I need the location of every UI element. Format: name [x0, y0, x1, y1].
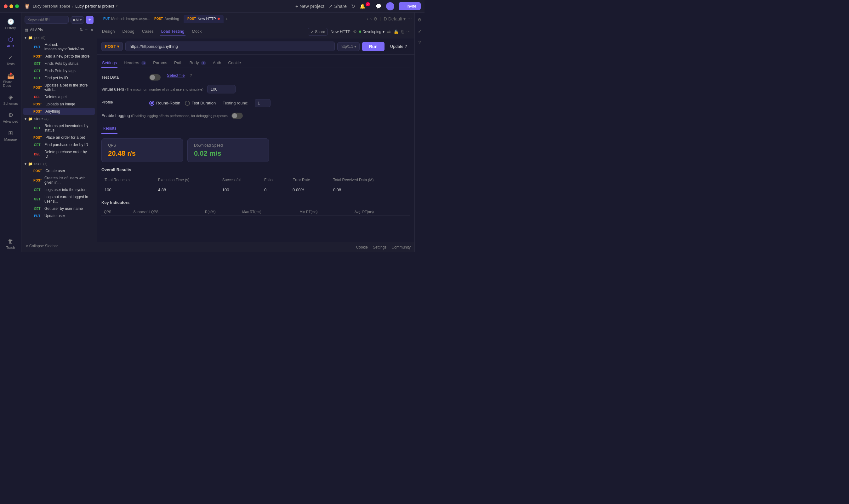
round-robin-option[interactable]: Round-Robin	[149, 101, 180, 106]
round-robin-radio[interactable]	[149, 101, 154, 106]
right-help-icon[interactable]: ?	[417, 38, 422, 47]
add-api-button[interactable]: +	[86, 16, 93, 24]
new-project-button[interactable]: + New project	[295, 3, 324, 9]
api-item-post-createuser[interactable]: POST Create user	[23, 167, 95, 174]
env-selector[interactable]: Developing ▾	[359, 30, 384, 34]
group-store[interactable]: ▾ 📁 store (4)	[21, 115, 97, 122]
sort-icon[interactable]: ⇅	[80, 28, 83, 32]
url-input[interactable]	[125, 41, 334, 51]
tab-nav-next[interactable]: ›	[370, 16, 372, 21]
group-user[interactable]: ▾ 📁 user (7)	[21, 160, 97, 167]
tab-more-icon[interactable]: ⋯	[408, 16, 412, 21]
run-button[interactable]: Run	[362, 42, 384, 51]
settings-tab-cookie[interactable]: Cookie	[227, 58, 241, 68]
invite-button[interactable]: + Invite	[399, 2, 421, 10]
sidebar-item-schemas[interactable]: ◈ Schemas	[1, 91, 20, 108]
test-duration-radio[interactable]	[185, 101, 190, 106]
group-pet[interactable]: ▾ 📁 pet (9)	[21, 34, 97, 41]
close-button[interactable]	[4, 4, 7, 8]
filter-all-button[interactable]: All ▾	[71, 16, 84, 23]
toolbar-lock-icon[interactable]: 🔒	[393, 29, 399, 34]
share-header-button[interactable]: ↗ Share	[329, 3, 347, 9]
settings-tab-headers[interactable]: Headers 3	[123, 58, 147, 68]
settings-tab-settings[interactable]: Settings	[101, 58, 118, 68]
api-item-get-purchaseorder[interactable]: GET Find purchase order by ID	[23, 141, 95, 148]
protocol-select[interactable]: http/1.1 ▾	[337, 42, 360, 51]
api-item-get-findsbystatus[interactable]: GET Finds Pets by status	[23, 60, 95, 67]
notification-button[interactable]: 🔔7	[360, 3, 371, 9]
api-item-put-updateuser[interactable]: PUT Update user	[23, 212, 95, 219]
tab-cases[interactable]: Cases	[141, 27, 155, 36]
test-data-toggle[interactable]	[149, 74, 161, 80]
community-link[interactable]: Community	[392, 245, 411, 250]
sidebar-item-history[interactable]: 🕐 History	[1, 16, 20, 32]
api-item-get-inventories[interactable]: GET Returns pet inventories by status	[23, 122, 95, 134]
sidebar-item-advanced[interactable]: ⚙ Advanced	[1, 109, 20, 126]
settings-tab-params[interactable]: Params	[152, 58, 168, 68]
chevron-icon: ▾	[24, 162, 27, 166]
tab-mock[interactable]: Mock	[191, 27, 203, 36]
settings-tab-auth[interactable]: Auth	[212, 58, 222, 68]
collapse-sidebar-button[interactable]: « Collapse Sidebar	[24, 242, 60, 250]
settings-icon[interactable]: ⋯	[85, 28, 88, 32]
download-speed-card: Download Speed 0.02 m/s	[187, 139, 269, 162]
tab-debug[interactable]: Debug	[121, 27, 135, 36]
api-item-post-order[interactable]: POST Place an order for a pet	[23, 134, 95, 141]
enable-logging-toggle[interactable]	[231, 113, 243, 119]
sidebar-item-tests[interactable]: ✓ Tests	[1, 52, 20, 68]
select-file-link[interactable]: Select file	[167, 73, 185, 78]
testing-round-input[interactable]	[255, 99, 271, 107]
tab-nav-prev[interactable]: ‹	[367, 16, 368, 21]
tab-design[interactable]: Design	[101, 27, 116, 36]
virtual-users-input[interactable]	[207, 85, 236, 93]
method-select[interactable]: POST ▾	[101, 42, 123, 51]
results-tab-results[interactable]: Results	[101, 123, 118, 134]
api-item-post-createuserslist[interactable]: POST Creates list of users with given in…	[23, 175, 95, 186]
search-input[interactable]	[24, 16, 69, 23]
toolbar-format-icon[interactable]: ⇄	[387, 29, 391, 34]
tab-load-testing[interactable]: Load Testing	[160, 27, 186, 36]
avatar[interactable]	[386, 2, 394, 11]
messages-button[interactable]: 💬	[376, 3, 382, 9]
toolbar-copy-icon[interactable]: ⎘	[401, 29, 404, 34]
tab-post-new-http[interactable]: POST New HTTP	[184, 15, 224, 23]
tab-settings-icon[interactable]: ⚙	[374, 16, 378, 21]
api-item-post-uploads[interactable]: POST uploads an image	[23, 101, 95, 108]
api-item-post-updates[interactable]: POST Updates a pet in the store with f..…	[23, 82, 95, 93]
help-icon[interactable]: ?	[190, 73, 192, 78]
add-tab-button[interactable]: +	[225, 16, 228, 21]
cookie-link[interactable]: Cookie	[356, 245, 368, 250]
test-duration-option[interactable]: Test Duration	[185, 101, 216, 106]
api-item-post-addpet[interactable]: POST Add a new pet to the store	[23, 53, 95, 60]
close-sidebar-icon[interactable]: ✕	[90, 28, 93, 32]
share-docs-button[interactable]: ↗ Share	[308, 28, 328, 36]
right-settings-icon[interactable]: ⚙	[416, 16, 423, 24]
api-item-del-purchaseorder[interactable]: DEL Delete purchase order by ID	[23, 148, 95, 160]
api-item-get-findsbytags[interactable]: GET Finds Pets by tags	[23, 67, 95, 74]
refresh-button[interactable]: ↻	[351, 3, 355, 9]
api-item-get-userbyname[interactable]: GET Get user by user name	[23, 205, 95, 212]
sidebar-item-manage[interactable]: ⊞ Manage	[1, 127, 20, 144]
api-item-get-findbyid[interactable]: GET Find pet by ID	[23, 75, 95, 82]
api-item-get-logout[interactable]: GET Logs out current logged in user s...	[23, 194, 95, 205]
tab-post-anything[interactable]: POST Anything	[151, 15, 183, 23]
api-item-put-method[interactable]: PUT Method: images.asyncBatchAnn...	[23, 41, 95, 53]
sidebar-item-sharedocs[interactable]: 📤 Share Docs	[1, 70, 20, 90]
api-item-post-anything[interactable]: POST Anything	[23, 108, 95, 115]
api-item-del-deletes[interactable]: DEL Deletes a pet	[23, 93, 95, 101]
settings-link[interactable]: Settings	[373, 245, 386, 250]
default-selector[interactable]: D Default ▾	[384, 16, 405, 21]
settings-tab-path[interactable]: Path	[174, 58, 183, 68]
settings-tab-body[interactable]: Body 1	[189, 58, 207, 68]
right-expand-icon[interactable]: ⤢	[416, 27, 423, 35]
toolbar-more-icon[interactable]: ⋯	[406, 29, 411, 34]
minimize-button[interactable]	[10, 4, 13, 8]
sidebar-item-apis[interactable]: ⬡ APIs	[1, 34, 20, 50]
maximize-button[interactable]	[15, 4, 19, 8]
tab-put-method[interactable]: PUT Method: images.asyn...	[100, 15, 150, 23]
main-layout: 🕐 History ⬡ APIs ✓ Tests 📤 Share Docs ◈ …	[0, 13, 424, 252]
toolbar-action-icon[interactable]: ⟲	[353, 29, 357, 34]
update-button[interactable]: Update ?	[387, 42, 410, 51]
api-item-get-login[interactable]: GET Logs user into the system	[23, 186, 95, 193]
sidebar-item-trash[interactable]: 🗑 Trash	[1, 236, 20, 252]
